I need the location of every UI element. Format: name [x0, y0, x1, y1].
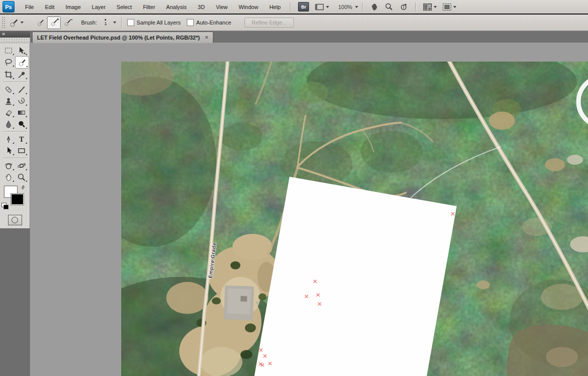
checkbox-box[interactable]: [187, 19, 194, 26]
zoom-tool-icon[interactable]: [15, 171, 28, 183]
tools-dock: « T ⇄: [0, 31, 30, 376]
panel-drag-grip[interactable]: [0, 38, 30, 43]
rotate-view-icon[interactable]: [399, 3, 408, 11]
pasteboard: ×××××××××× Empire Grade: [30, 43, 588, 376]
point-x-mark: ×: [450, 211, 455, 217]
tools-grid: T: [0, 45, 30, 183]
separator: [362, 3, 363, 12]
chevron-down-icon: [453, 6, 456, 8]
view-extras-icon[interactable]: [315, 4, 329, 11]
spot-healing-brush-tool-icon[interactable]: [2, 84, 15, 95]
zoom-icon[interactable]: [385, 3, 393, 11]
dodge-tool-icon[interactable]: [15, 118, 28, 130]
canvas-document[interactable]: ×××××××××× Empire Grade: [121, 62, 588, 376]
history-brush-tool-icon[interactable]: [15, 95, 28, 107]
document-tab[interactable]: LET Field Overhead Picture.psd @ 100% (L…: [32, 32, 213, 43]
separator: [290, 3, 291, 12]
option-checkboxes: Sample All LayersAuto-Enhance: [127, 19, 237, 26]
menu-item-file[interactable]: File: [20, 2, 40, 12]
3d-orbit-tool-icon[interactable]: [15, 160, 28, 171]
point-x-mark: ×: [262, 353, 267, 359]
checkbox-box[interactable]: [127, 19, 134, 26]
default-colors-icon[interactable]: [2, 203, 9, 209]
add-to-selection-button[interactable]: +: [47, 17, 61, 29]
menu-item-help[interactable]: Help: [264, 2, 286, 12]
document-tab-strip: LET Field Overhead Picture.psd @ 100% (L…: [30, 31, 588, 43]
brush-preview[interactable]: 1: [100, 17, 111, 29]
path-selection-tool-icon[interactable]: [2, 145, 15, 156]
chevron-down-icon[interactable]: [113, 22, 116, 24]
svg-text:T: T: [19, 136, 24, 143]
photoshop-logo: Ps: [3, 1, 15, 13]
menu-item-window[interactable]: Window: [233, 2, 264, 12]
menu-item-edit[interactable]: Edit: [40, 2, 60, 12]
tools-separator: [2, 130, 28, 133]
lasso-tool-icon[interactable]: [2, 56, 15, 68]
hand-icon[interactable]: [370, 3, 379, 11]
clone-stamp-tool-icon[interactable]: [2, 95, 15, 107]
checkbox-label: Auto-Enhance: [196, 20, 231, 26]
menu-bar: Ps FileEditImageLayerSelectFilterAnalysi…: [0, 0, 588, 15]
menu-item-analysis[interactable]: Analysis: [161, 2, 192, 12]
pen-tool-icon[interactable]: [2, 133, 15, 145]
tools-separator: [2, 80, 28, 84]
tools-separator: [2, 156, 28, 160]
3d-rotate-tool-icon[interactable]: [2, 160, 15, 171]
menu-item-select[interactable]: Select: [111, 2, 138, 12]
eraser-tool-icon[interactable]: [2, 107, 15, 118]
separator: [121, 17, 122, 28]
type-tool-icon[interactable]: T: [15, 133, 28, 145]
arrange-documents-icon[interactable]: [423, 4, 437, 11]
hand-tool-icon[interactable]: [2, 171, 15, 183]
drag-grip[interactable]: [2, 17, 5, 29]
point-x-mark: ×: [267, 360, 272, 366]
menu-items: FileEditImageLayerSelectFilterAnalysis3D…: [20, 2, 286, 12]
menu-item-layer[interactable]: Layer: [86, 2, 111, 12]
chevron-down-icon: [326, 6, 329, 8]
brush-tip-icon: [105, 19, 106, 21]
quick-selection-tool-icon[interactable]: [15, 56, 29, 69]
separator: [415, 3, 416, 12]
quick-mask-icon: [12, 217, 18, 223]
brush-size-value: 1: [104, 22, 107, 26]
crop-tool-icon[interactable]: [2, 69, 15, 80]
close-tab-button[interactable]: ×: [205, 34, 208, 41]
brush-tool-icon[interactable]: [15, 84, 28, 95]
document-title: LET Field Overhead Picture.psd @ 100% (L…: [37, 35, 200, 41]
zoom-level-field[interactable]: 100%: [336, 4, 352, 10]
move-tool-icon[interactable]: [15, 45, 28, 56]
checkbox-auto-enhance[interactable]: Auto-Enhance: [187, 19, 231, 26]
refine-edge-button[interactable]: Refine Edge...: [244, 18, 295, 28]
swap-colors-icon[interactable]: ⇄: [20, 184, 26, 190]
chevron-down-icon: [21, 22, 24, 24]
bridge-icon[interactable]: Br: [298, 2, 309, 12]
chevron-down-icon: [434, 6, 437, 8]
menu-item-filter[interactable]: Filter: [137, 2, 160, 12]
screen-mode-icon[interactable]: [443, 4, 456, 11]
point-x-mark: ×: [304, 293, 309, 299]
brush-label: Brush:: [81, 20, 97, 26]
eyedropper-tool-icon[interactable]: [15, 69, 28, 80]
quick-mask-button[interactable]: [8, 215, 22, 225]
rectangular-marquee-tool-icon[interactable]: [2, 45, 15, 56]
chevron-down-icon[interactable]: [355, 6, 358, 8]
menu-item-3d[interactable]: 3D: [192, 2, 210, 12]
blur-tool-icon[interactable]: [2, 118, 15, 130]
menu-item-image[interactable]: Image: [60, 2, 87, 12]
rectangle-shape-tool-icon[interactable]: [15, 145, 28, 156]
new-selection-button[interactable]: [34, 17, 47, 29]
menu-item-view[interactable]: View: [210, 2, 233, 12]
tool-preset-picker[interactable]: [8, 17, 27, 29]
checkbox-label: Sample All Layers: [137, 20, 181, 26]
collapse-panel-button[interactable]: «: [0, 31, 30, 38]
subtract-from-selection-button[interactable]: −: [61, 17, 74, 29]
tool-options-bar: +− Brush: 1 Sample All LayersAuto-Enhanc…: [0, 15, 588, 31]
background-color-swatch[interactable]: [11, 193, 24, 205]
color-swatches: ⇄: [0, 185, 30, 211]
point-x-mark: ×: [313, 278, 318, 284]
gradient-tool-icon[interactable]: [15, 107, 28, 118]
point-x-mark: ×: [317, 301, 322, 307]
point-x-mark: ×: [316, 292, 321, 298]
point-x-mark: ×: [260, 362, 265, 368]
checkbox-sample-all-layers[interactable]: Sample All Layers: [127, 19, 181, 26]
